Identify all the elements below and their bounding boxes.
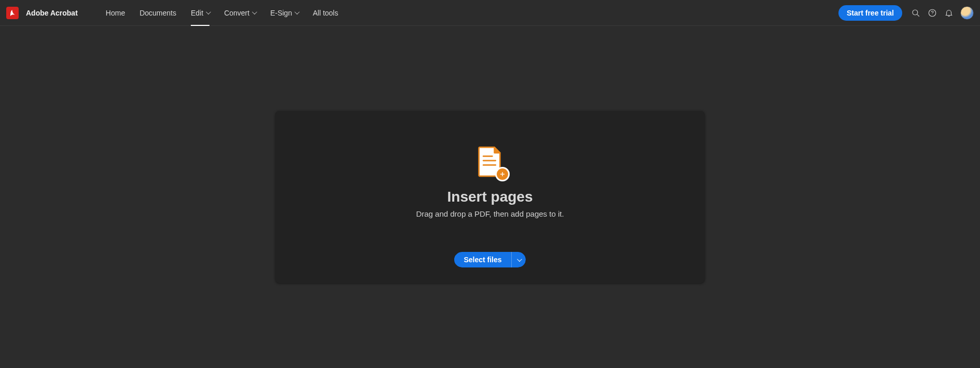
help-icon <box>928 8 937 18</box>
chevron-down-icon <box>206 9 211 15</box>
chevron-down-icon <box>252 9 257 15</box>
top-nav: Adobe Acrobat Home Documents Edit Conver… <box>0 0 980 26</box>
select-left-indicator <box>454 252 456 267</box>
nav-alltools[interactable]: All tools <box>305 0 345 26</box>
acrobat-logo-icon <box>6 7 19 19</box>
select-files-button[interactable]: Select files <box>454 252 511 267</box>
select-files-group: Select files <box>454 252 525 267</box>
insert-pages-card: Insert pages Drag and drop a PDF, then a… <box>275 111 705 283</box>
nav-home[interactable]: Home <box>99 0 132 26</box>
card-heading: Insert pages <box>447 189 533 205</box>
nav-edit[interactable]: Edit <box>184 0 217 26</box>
select-files-dropdown[interactable] <box>511 252 526 267</box>
svg-point-3 <box>932 15 933 15</box>
main-stage: Insert pages Drag and drop a PDF, then a… <box>0 26 980 368</box>
start-free-trial-button[interactable]: Start free trial <box>838 5 902 21</box>
notifications-button[interactable] <box>941 5 957 21</box>
card-subtitle: Drag and drop a PDF, then add pages to i… <box>416 209 564 218</box>
chevron-down-icon <box>295 9 300 15</box>
nav-edit-label: Edit <box>191 9 203 17</box>
document-add-icon <box>474 146 506 179</box>
plus-badge-icon <box>495 167 510 181</box>
nav-alltools-label: All tools <box>313 9 338 17</box>
nav-convert-label: Convert <box>224 9 249 17</box>
search-button[interactable] <box>907 5 924 21</box>
nav-esign[interactable]: E-Sign <box>263 0 305 26</box>
brand-title: Adobe Acrobat <box>26 9 78 17</box>
nav-items: Home Documents Edit Convert E-Sign All t… <box>99 0 345 26</box>
search-icon <box>911 8 920 18</box>
nav-home-label: Home <box>106 9 125 17</box>
bell-icon <box>944 8 954 18</box>
nav-convert[interactable]: Convert <box>217 0 263 26</box>
svg-point-0 <box>913 10 918 15</box>
svg-line-1 <box>917 14 919 16</box>
help-button[interactable] <box>924 5 941 21</box>
user-avatar[interactable] <box>960 6 974 20</box>
nav-documents[interactable]: Documents <box>132 0 184 26</box>
chevron-down-icon <box>517 257 522 262</box>
nav-esign-label: E-Sign <box>270 9 292 17</box>
nav-documents-label: Documents <box>139 9 176 17</box>
